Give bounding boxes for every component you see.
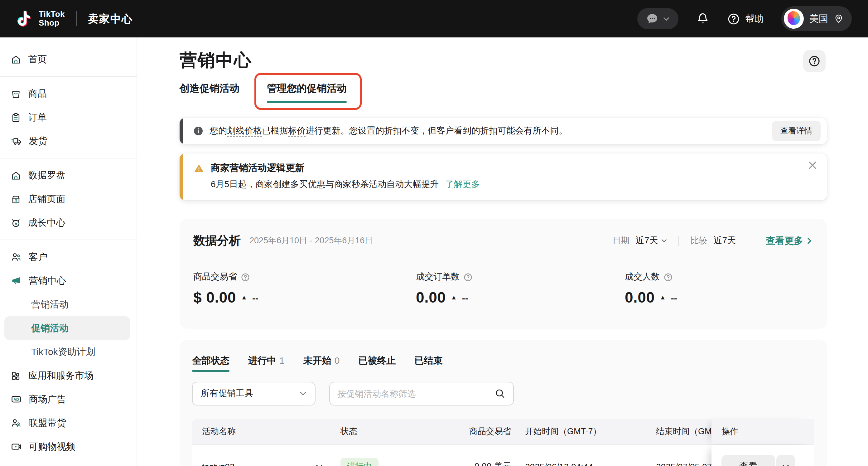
analytics-card: 数据分析 2025年6月10日 - 2025年6月16日 日期 近7天 比较 近… (180, 219, 827, 329)
question-circle-icon[interactable] (663, 272, 673, 282)
question-circle-icon[interactable] (463, 272, 473, 282)
row-expand-chevron-icon[interactable] (315, 463, 323, 466)
sidebar-item-promotions[interactable]: 促销活动 (4, 316, 130, 340)
search-icon[interactable] (495, 388, 506, 399)
topbar-divider (76, 11, 77, 26)
analytics-title: 数据分析 (193, 233, 241, 249)
sidebar-item-data-compass[interactable]: 数据罗盘 (0, 164, 136, 187)
chevron-down-icon (663, 15, 670, 22)
data-compass-icon (10, 170, 21, 181)
logo-wordmark: TikTok Shop (39, 10, 65, 27)
date-range-selector[interactable]: 近7天 (636, 235, 668, 246)
delta-up-icon: ▲ (660, 294, 666, 301)
sidebar-item-mall-ads[interactable]: AD 商场广告 (0, 387, 136, 411)
sidebar-divider (0, 158, 136, 158)
status-tab-ended[interactable]: 已结束 (414, 355, 442, 372)
notifications-bell-button[interactable] (696, 12, 710, 26)
warning-triangle-icon (193, 163, 205, 174)
sidebar-item-customers[interactable]: 客户 (0, 245, 136, 269)
close-icon[interactable] (808, 161, 817, 170)
logo-line-2: Shop (39, 19, 65, 27)
sidebar-item-affiliate[interactable]: 联盟带货 (0, 411, 136, 435)
more-actions-button[interactable] (776, 455, 795, 466)
analytics-date-range: 2025年6月10日 - 2025年6月16日 (249, 235, 373, 246)
status-tabs: 全部状态 进行中1 未开始0 已被终止 已结束 (192, 355, 814, 372)
campaign-search-input[interactable] (337, 389, 495, 399)
topbar-actions: 帮助 美国 (637, 6, 852, 31)
col-status: 状态 (340, 426, 454, 437)
banner-text: 您的划线价格已根据标价进行更新。您设置的折扣不变，但客户看到的折扣可能会有所不同… (210, 125, 567, 137)
tab-create-promotion[interactable]: 创造促销活动 (180, 82, 240, 99)
sidebar-item-shop-page[interactable]: 店铺页面 (0, 187, 136, 211)
video-icon (10, 441, 22, 452)
logo-line-1: TikTok (39, 10, 65, 19)
sidebar-item-growth-center[interactable]: 成长中心 (0, 211, 136, 235)
question-circle-icon (727, 12, 740, 25)
learn-more-link[interactable]: 了解更多 (445, 179, 480, 189)
metric-orders: 成交订单数 0.00▲-- (416, 271, 625, 306)
sidebar-item-shipping[interactable]: 发货 (0, 129, 136, 153)
view-more-link[interactable]: 查看更多 (766, 235, 813, 247)
vertical-divider (678, 236, 679, 246)
col-actions: 操作 (712, 419, 814, 444)
help-label: 帮助 (745, 13, 764, 25)
question-circle-icon[interactable] (241, 272, 250, 282)
price-update-banner: 您的划线价格已根据标价进行更新。您设置的折扣不变，但客户看到的折扣可能会有所不同… (180, 118, 827, 144)
status-tab-terminated[interactable]: 已被终止 (358, 355, 396, 372)
sidebar-divider (0, 239, 136, 240)
chevron-down-icon (782, 463, 789, 466)
location-pin-icon (834, 14, 844, 24)
tiktok-note-icon (15, 9, 34, 28)
strikethrough-price-term: 划线价格 (227, 125, 262, 137)
campaigns-card: 全部状态 进行中1 未开始0 已被终止 已结束 所有促销工具 (180, 340, 827, 466)
sidebar-item-products[interactable]: 商品 (0, 82, 136, 106)
promotion-tabs: 创造促销活动 管理您的促销活动 (180, 82, 827, 99)
metric-buyers: 成交人数 0.00▲-- (625, 271, 813, 306)
status-tab-running[interactable]: 进行中1 (248, 355, 285, 372)
tab-manage-promotions[interactable]: 管理您的促销活动 (267, 82, 347, 99)
metric-gmv-saved: 商品交易省 $ 0.00▲-- (193, 271, 416, 306)
growth-center-icon (10, 217, 21, 228)
ad-icon: AD (10, 394, 22, 405)
sidebar-item-orders[interactable]: 订单 (0, 106, 136, 129)
warning-title: 商家营销活动逻辑更新 (211, 162, 304, 174)
table-header-row: 活动名称 状态 商品交易省 开始时间（GMT-7） 结束时间（GMT-7） 操作 (192, 419, 814, 444)
actions-cell: 查看 (712, 445, 814, 466)
sidebar: 首页 商品 订单 发货 数据罗盘 店铺页面 (0, 37, 137, 466)
sidebar-item-shoppable-videos[interactable]: 可购物视频 (0, 435, 136, 459)
promotion-tool-select[interactable]: 所有促销工具 (192, 382, 315, 406)
savings-value: 0.00 美元 (474, 461, 511, 466)
tiktok-shop-logo[interactable]: TikTok Shop (15, 9, 65, 28)
page-help-button[interactable] (803, 50, 826, 72)
chat-bubble-icon (646, 12, 658, 25)
delta-up-icon: ▲ (451, 294, 457, 301)
chat-menu-button[interactable] (637, 8, 678, 29)
status-tab-all[interactable]: 全部状态 (192, 355, 229, 372)
svg-text:AD: AD (13, 397, 19, 402)
sidebar-item-app-market[interactable]: 应用和服务市场 (0, 364, 136, 387)
top-bar: TikTok Shop 卖家中心 (0, 0, 868, 37)
campaign-search (329, 382, 514, 406)
customers-icon (10, 252, 22, 263)
compare-label: 比较 (690, 235, 707, 246)
help-button[interactable]: 帮助 (727, 12, 764, 25)
status-badge: 进行中 (340, 458, 378, 466)
sidebar-item-home[interactable]: 首页 (0, 48, 136, 71)
view-button[interactable]: 查看 (721, 455, 775, 466)
campaign-name: testyz02 (202, 461, 235, 466)
page-title: 营销中心 (180, 49, 827, 72)
status-tab-not-started[interactable]: 未开始0 (303, 355, 340, 372)
view-details-button[interactable]: 查看详情 (772, 121, 820, 141)
list-price-term: 标价 (288, 125, 306, 137)
end-time: 2025/07/05 07:4 (642, 461, 712, 466)
col-end-time: 结束时间（GMT-7） (642, 426, 712, 437)
date-label: 日期 (613, 235, 629, 246)
sidebar-item-tiktok-funding[interactable]: TikTok资助计划 (0, 340, 136, 364)
region-selector[interactable]: 美国 (781, 6, 852, 31)
campaigns-table: 活动名称 状态 商品交易省 开始时间（GMT-7） 结束时间（GMT-7） 操作… (192, 419, 814, 466)
table-row: testyz02 进行中 0.00 美元 2025/06/13 04:44 20… (192, 444, 814, 466)
warning-body: 6月5日起，商家创建多买优惠与商家秒杀活动自动大幅提升了解更多 (211, 179, 814, 190)
sidebar-item-marketing-center[interactable]: 营销中心 (0, 269, 136, 293)
sidebar-item-marketing-activities[interactable]: 营销活动 (0, 293, 136, 316)
chevron-down-icon (299, 390, 307, 397)
